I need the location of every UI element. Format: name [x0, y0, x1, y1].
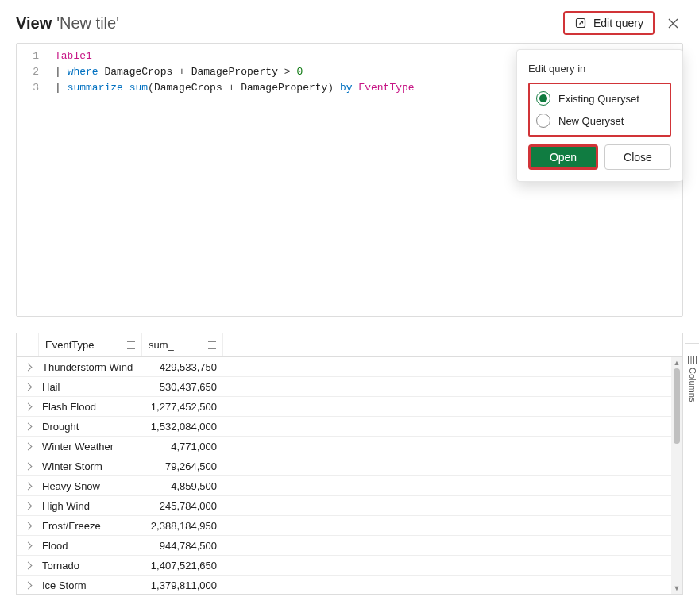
cell-eventtype: High Wind	[39, 500, 142, 512]
token: +	[229, 82, 235, 94]
line-number: 1	[17, 48, 47, 64]
close-panel-button[interactable]	[662, 13, 683, 33]
radio-existing-queryset[interactable]: Existing Queryset	[535, 87, 665, 110]
table-row[interactable]: Flash Flood1,277,452,500	[17, 397, 682, 417]
radio-label: New Queryset	[558, 115, 624, 127]
expand-row-icon[interactable]	[17, 483, 39, 489]
expand-row-icon[interactable]	[17, 444, 39, 449]
header-actions: Edit query	[563, 11, 683, 35]
token: summarize	[68, 82, 123, 94]
token: )	[327, 82, 334, 94]
radio-new-queryset[interactable]: New Queryset	[535, 110, 665, 132]
token: |	[55, 82, 61, 94]
cell-eventtype: Ice Storm	[39, 579, 142, 591]
cell-sum: 2,388,184,950	[142, 520, 223, 532]
cell-sum: 1,532,084,000	[142, 421, 223, 433]
table-row[interactable]: Frost/Freeze2,388,184,950	[17, 516, 682, 536]
cell-eventtype: Drought	[39, 421, 142, 433]
expand-row-icon[interactable]	[17, 424, 39, 429]
table-row[interactable]: Flood944,784,500	[17, 536, 682, 556]
columns-icon	[688, 356, 697, 364]
scroll-down-icon[interactable]: ▼	[671, 583, 682, 594]
cell-eventtype: Winter Storm	[39, 460, 142, 472]
expand-column-header	[17, 333, 39, 356]
scroll-thumb[interactable]	[674, 368, 680, 444]
cell-eventtype: Winter Weather	[39, 441, 142, 452]
view-label: View	[16, 14, 52, 33]
cell-sum: 79,264,500	[142, 460, 223, 472]
expand-row-icon[interactable]	[17, 464, 39, 469]
token: by	[340, 82, 353, 94]
cell-sum: 1,407,521,650	[142, 560, 223, 572]
cell-eventtype: Heavy Snow	[39, 480, 142, 492]
expand-row-icon[interactable]	[17, 384, 39, 390]
radio-icon	[536, 114, 550, 128]
column-label: sum_	[149, 339, 174, 351]
cell-eventtype: Flood	[39, 540, 142, 552]
columns-tab-label: Columns	[688, 368, 697, 402]
cell-sum: 4,771,000	[142, 441, 223, 452]
line-number: 2	[17, 64, 47, 80]
cell-eventtype: Tornado	[39, 560, 142, 572]
edit-query-label: Edit query	[593, 17, 643, 29]
token: |	[55, 66, 61, 78]
expand-row-icon[interactable]	[17, 404, 39, 410]
expand-row-icon[interactable]	[17, 543, 39, 549]
columns-panel-tab[interactable]: Columns	[685, 343, 699, 414]
edit-query-popup: Edit query in Existing Queryset New Quer…	[516, 49, 683, 182]
popup-buttons: Open Close	[528, 144, 671, 170]
expand-row-icon[interactable]	[17, 563, 39, 568]
cell-sum: 4,859,500	[142, 480, 223, 492]
table-row[interactable]: Ice Storm1,379,811,000	[17, 576, 682, 594]
open-external-icon	[574, 17, 587, 29]
column-label: EventType	[45, 339, 94, 351]
expand-row-icon[interactable]	[17, 583, 39, 588]
table-row[interactable]: Heavy Snow4,859,500	[17, 476, 682, 496]
table-row[interactable]: Winter Weather4,771,000	[17, 437, 682, 456]
table-row[interactable]: Hail530,437,650	[17, 377, 682, 397]
cell-sum: 429,533,750	[142, 361, 223, 373]
queryset-radio-group: Existing Queryset New Queryset	[528, 83, 671, 137]
column-menu-icon[interactable]	[127, 341, 135, 349]
token: DamageProperty	[241, 82, 327, 94]
column-header-eventtype[interactable]: EventType	[39, 333, 142, 356]
table-row[interactable]: Tornado1,407,521,650	[17, 556, 682, 576]
cell-eventtype: Thunderstorm Wind	[39, 361, 142, 373]
cell-eventtype: Flash Flood	[39, 401, 142, 413]
open-button[interactable]: Open	[528, 144, 598, 170]
vertical-scrollbar[interactable]: ▲ ▼	[671, 357, 682, 594]
expand-row-icon[interactable]	[17, 503, 39, 509]
table-row[interactable]: Winter Storm79,264,500	[17, 456, 682, 476]
table-row[interactable]: Thunderstorm Wind429,533,750	[17, 357, 682, 377]
cell-sum: 245,784,000	[142, 500, 223, 512]
scroll-up-icon[interactable]: ▲	[671, 357, 682, 368]
header: View 'New tile' Edit query	[0, 0, 699, 43]
radio-label: Existing Queryset	[558, 93, 639, 105]
token: >	[284, 66, 291, 78]
token: where	[68, 66, 98, 78]
token: DamageProperty	[191, 66, 278, 78]
svg-rect-1	[689, 356, 697, 364]
results-table: EventType sum_ Thunderstorm Wind429,533,…	[16, 333, 683, 595]
token: sum	[129, 82, 148, 94]
column-header-sum[interactable]: sum_	[142, 333, 223, 356]
expand-row-icon[interactable]	[17, 523, 39, 529]
table-row[interactable]: High Wind245,784,000	[17, 496, 682, 516]
token: 0	[296, 66, 303, 78]
close-button[interactable]: Close	[604, 144, 671, 170]
token: +	[179, 66, 185, 78]
cell-sum: 530,437,650	[142, 381, 223, 393]
token: (	[148, 82, 154, 94]
line-number: 3	[17, 80, 47, 96]
edit-query-button[interactable]: Edit query	[563, 11, 655, 35]
token: DamageCrops	[104, 66, 172, 78]
table-body: Thunderstorm Wind429,533,750Hail530,437,…	[17, 357, 682, 594]
code-gutter: 1 2 3	[17, 44, 47, 316]
column-menu-icon[interactable]	[208, 341, 216, 349]
table-row[interactable]: Drought1,532,084,000	[17, 417, 682, 437]
cell-eventtype: Frost/Freeze	[39, 520, 142, 532]
token: EventType	[358, 82, 414, 94]
cell-eventtype: Hail	[39, 381, 142, 393]
expand-row-icon[interactable]	[17, 364, 39, 370]
cell-sum: 944,784,500	[142, 540, 223, 552]
